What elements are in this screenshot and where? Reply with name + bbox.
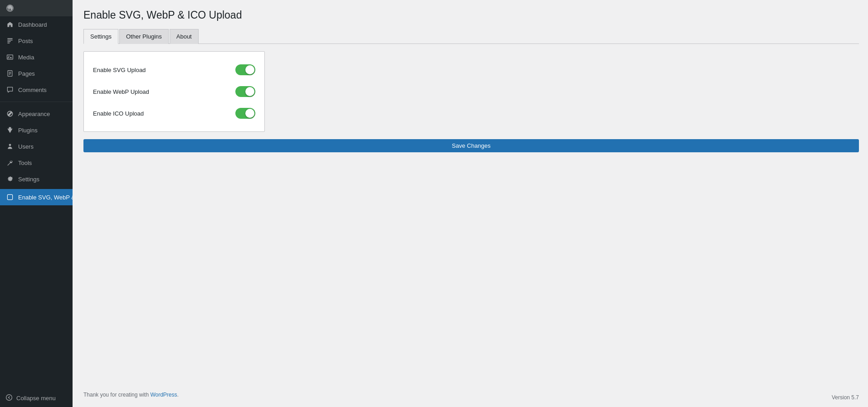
sidebar-item-appearance[interactable]: Appearance bbox=[0, 106, 73, 122]
toggle-svg[interactable] bbox=[235, 64, 255, 75]
dashboard-icon bbox=[5, 20, 15, 29]
sidebar-divider bbox=[0, 102, 73, 102]
tab-bar: Settings Other Plugins About bbox=[83, 29, 859, 44]
sidebar-item-label: Dashboard bbox=[18, 21, 47, 28]
sidebar-item-users[interactable]: Users bbox=[0, 138, 73, 155]
svg-rect-4 bbox=[7, 43, 10, 44]
svg-rect-9 bbox=[9, 73, 11, 73]
plugins-icon bbox=[5, 126, 15, 135]
sidebar-item-label: Comments bbox=[18, 87, 47, 93]
sidebar-item-label: Media bbox=[18, 54, 34, 61]
sidebar-item-plugins[interactable]: Plugins bbox=[0, 122, 73, 138]
toggle-webp[interactable] bbox=[235, 86, 255, 97]
plugin-active-icon bbox=[5, 193, 15, 202]
sidebar-item-label: Users bbox=[18, 143, 34, 150]
main-content: Enable SVG, WebP & ICO Upload Settings O… bbox=[73, 0, 868, 407]
wordpress-icon bbox=[5, 4, 15, 13]
toggle-thumb-ico bbox=[245, 109, 254, 118]
sidebar-item-dashboard[interactable]: Dashboard bbox=[0, 16, 73, 33]
page-title: Enable SVG, WebP & ICO Upload bbox=[83, 9, 859, 21]
appearance-icon bbox=[5, 109, 15, 118]
toggle-label-webp: Enable WebP Upload bbox=[93, 88, 149, 95]
footer-text: Thank you for creating with bbox=[83, 392, 150, 398]
toggle-thumb-webp bbox=[245, 87, 254, 96]
sidebar-item-media[interactable]: Media bbox=[0, 49, 73, 65]
pages-icon bbox=[5, 69, 15, 78]
svg-rect-3 bbox=[7, 41, 10, 42]
svg-point-13 bbox=[6, 395, 12, 401]
sidebar-item-label: Posts bbox=[18, 38, 33, 44]
sidebar-item-label: Appearance bbox=[18, 111, 50, 117]
sidebar-item-label: Pages bbox=[18, 70, 35, 77]
svg-point-11 bbox=[9, 144, 11, 146]
toggle-row-ico: Enable ICO Upload bbox=[93, 102, 255, 124]
sidebar-item-comments[interactable]: Comments bbox=[0, 82, 73, 98]
toggle-label-svg: Enable SVG Upload bbox=[93, 67, 146, 73]
settings-panel: Enable SVG Upload Enable WebP Upload Ena… bbox=[83, 51, 265, 132]
sidebar-item-label: Tools bbox=[18, 160, 32, 166]
sidebar-item-posts[interactable]: Posts bbox=[0, 33, 73, 49]
sidebar-item-label: Settings bbox=[18, 176, 39, 183]
media-icon bbox=[5, 53, 15, 62]
footer: Thank you for creating with WordPress. bbox=[83, 383, 859, 398]
footer-suffix: . bbox=[177, 392, 179, 398]
sidebar-collapse-button[interactable]: Collapse menu bbox=[0, 389, 73, 407]
svg-point-6 bbox=[8, 56, 9, 57]
save-changes-button[interactable]: Save Changes bbox=[83, 139, 859, 152]
svg-rect-1 bbox=[7, 38, 12, 39]
svg-rect-12 bbox=[7, 194, 12, 199]
tab-other-plugins[interactable]: Other Plugins bbox=[119, 29, 169, 44]
settings-icon bbox=[5, 174, 15, 184]
version-label: Version 5.7 bbox=[832, 394, 859, 401]
svg-rect-2 bbox=[7, 40, 12, 41]
sidebar-item-label: Plugins bbox=[18, 127, 38, 134]
posts-icon bbox=[5, 36, 15, 45]
sidebar: Dashboard Dashboard Posts Media Pages Co… bbox=[0, 0, 73, 407]
toggle-label-ico: Enable ICO Upload bbox=[93, 110, 144, 117]
sidebar-item-plugin-active[interactable]: Enable SVG, WebP & ICO Upload bbox=[0, 189, 73, 205]
sidebar-item-tools[interactable]: Tools bbox=[0, 155, 73, 171]
tools-icon bbox=[5, 158, 15, 167]
toggle-thumb-svg bbox=[245, 65, 254, 74]
toggle-row-svg: Enable SVG Upload bbox=[93, 59, 255, 81]
sidebar-item-settings[interactable]: Settings bbox=[0, 171, 73, 187]
collapse-label: Collapse menu bbox=[16, 395, 56, 402]
svg-rect-5 bbox=[7, 55, 13, 59]
users-icon bbox=[5, 142, 15, 151]
toggle-row-webp: Enable WebP Upload bbox=[93, 81, 255, 102]
tab-about[interactable]: About bbox=[170, 29, 199, 44]
sidebar-item-pages[interactable]: Pages bbox=[0, 65, 73, 82]
sidebar-logo[interactable]: Dashboard bbox=[0, 0, 73, 16]
wordpress-link[interactable]: WordPress bbox=[150, 392, 177, 398]
svg-rect-10 bbox=[9, 74, 10, 75]
toggle-ico[interactable] bbox=[235, 108, 255, 119]
tab-settings[interactable]: Settings bbox=[83, 29, 118, 44]
collapse-icon bbox=[5, 394, 13, 402]
comments-icon bbox=[5, 85, 15, 94]
svg-rect-8 bbox=[9, 72, 11, 73]
